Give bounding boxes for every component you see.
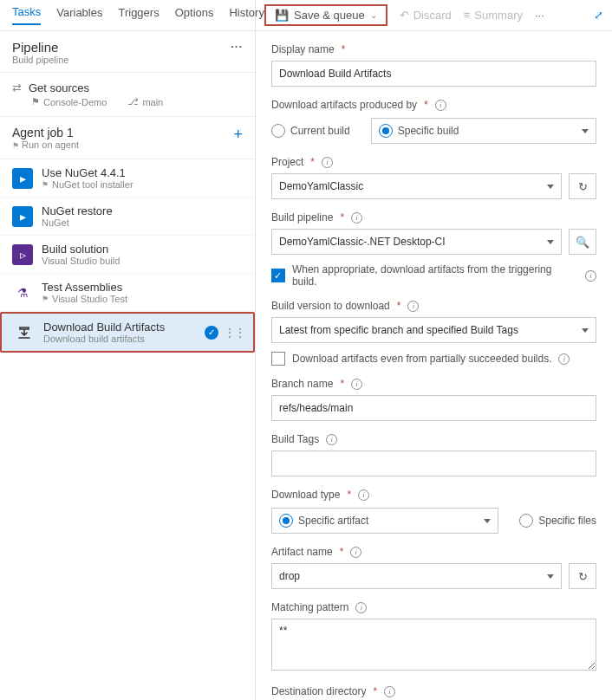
pipeline-select[interactable]: DemoYamlClassic-.NET Desktop-CI	[271, 229, 562, 255]
pipeline-sub: Build pipeline	[12, 55, 68, 65]
task-build[interactable]: ▹ Build solution Visual Studio build	[0, 236, 255, 274]
task-nuget-restore[interactable]: ▸ NuGet restore NuGet	[0, 198, 255, 236]
info-icon[interactable]: i	[351, 212, 362, 224]
tab-triggers[interactable]: Triggers	[118, 6, 159, 24]
version-label: Build version to download	[271, 300, 390, 312]
undo-icon: ↶	[400, 9, 409, 22]
chevron-down-icon: ⌄	[370, 10, 377, 20]
save-icon: 💾	[275, 9, 289, 22]
radio-current-build[interactable]: Current build	[271, 124, 350, 138]
nuget-icon: ▸	[12, 206, 33, 227]
tags-input[interactable]	[271, 450, 596, 476]
grip-icon[interactable]: ⋮⋮	[224, 326, 244, 340]
partial-cb-label: Download artifacts even from partially s…	[292, 353, 551, 365]
tabs: Tasks Variables Triggers Options History	[0, 0, 255, 31]
info-icon[interactable]: i	[358, 489, 369, 501]
info-icon[interactable]: i	[384, 686, 395, 697]
project-select[interactable]: DemoYamlClassic	[271, 173, 562, 199]
info-icon[interactable]: i	[355, 602, 367, 613]
radio-specific-build[interactable]: Specific build	[371, 118, 596, 144]
tab-variables[interactable]: Variables	[56, 6, 102, 24]
info-icon[interactable]: i	[350, 547, 361, 558]
check-icon: ✓	[205, 326, 218, 340]
sources-branch: ⎇main	[127, 96, 163, 107]
pipeline-title: Pipeline	[12, 40, 68, 55]
flag-icon: ⚑	[42, 295, 49, 303]
flask-icon: ⚗	[12, 282, 33, 303]
task-test[interactable]: ⚗ Test Assemblies ⚑Visual Studio Test	[0, 274, 255, 312]
refresh-button[interactable]: ↻	[569, 563, 596, 589]
info-icon[interactable]: i	[326, 434, 337, 445]
agent-sub: ⚑ Run on agent	[12, 139, 79, 150]
info-icon[interactable]: i	[351, 379, 362, 390]
task-nuget-install[interactable]: ▸ Use NuGet 4.4.1 ⚑NuGet tool installer	[0, 159, 255, 198]
display-name-label: Display name	[271, 43, 335, 55]
branch-input[interactable]	[271, 395, 596, 421]
artifact-label: Artifact name	[271, 546, 333, 558]
dest-label: Destination directory	[271, 685, 366, 697]
info-icon[interactable]: i	[407, 301, 419, 312]
tab-options[interactable]: Options	[175, 6, 214, 24]
add-task-icon[interactable]: +	[233, 126, 243, 150]
get-sources[interactable]: ⇄ Get sources ⚑Console-Demo ⎇main	[0, 73, 255, 117]
display-name-input[interactable]	[271, 61, 596, 87]
sources-icon: ⇄	[12, 81, 22, 94]
flag-icon: ⚑	[42, 180, 49, 189]
search-icon: 🔍	[576, 236, 589, 249]
list-icon: ≡	[464, 9, 471, 22]
toolbar: 💾 Save & queue ⌄ ↶ Discard ≡ Summary ···…	[256, 0, 612, 31]
refresh-icon: ↻	[578, 180, 588, 193]
info-icon[interactable]: i	[558, 353, 570, 365]
nuget-icon: ▸	[12, 168, 33, 189]
branch-label: Branch name	[271, 378, 333, 390]
summary-button: ≡ Summary	[464, 9, 523, 22]
more-button[interactable]: ···	[535, 9, 544, 22]
pipeline-header[interactable]: Pipeline Build pipeline ···	[0, 31, 255, 73]
save-queue-button[interactable]: 💾 Save & queue ⌄	[264, 4, 387, 26]
version-select[interactable]: Latest from specific branch and specifie…	[271, 317, 596, 343]
flag-icon: ⚑	[12, 141, 19, 150]
artifact-select[interactable]: drop	[271, 563, 562, 589]
trigger-cb-label: When appropriate, download artifacts fro…	[292, 263, 578, 288]
tags-label: Build Tags	[271, 433, 319, 445]
branch-icon: ⎇	[127, 96, 139, 107]
radio-specific-files[interactable]: Specific files	[519, 514, 596, 528]
agent-title: Agent job 1	[12, 126, 79, 139]
trigger-checkbox[interactable]: ✓	[271, 269, 285, 282]
partial-checkbox[interactable]	[271, 352, 285, 366]
agent-job[interactable]: Agent job 1 ⚑ Run on agent +	[0, 117, 255, 159]
refresh-button[interactable]: ↻	[569, 173, 596, 199]
dltype-label: Download type	[271, 489, 340, 501]
expand-icon[interactable]: ⤢	[594, 9, 603, 22]
search-button[interactable]: 🔍	[569, 229, 596, 255]
radio-specific-artifact[interactable]: Specific artifact	[271, 508, 498, 534]
discard-button: ↶ Discard	[400, 9, 452, 22]
vs-icon: ▹	[12, 244, 33, 265]
sources-title: Get sources	[29, 81, 89, 94]
pattern-label: Matching pattern	[271, 601, 348, 613]
refresh-icon: ↻	[578, 570, 588, 583]
info-icon[interactable]: i	[435, 100, 446, 111]
download-icon	[14, 322, 35, 343]
pipeline-more-icon[interactable]: ···	[231, 40, 243, 53]
task-download-artifacts[interactable]: Download Build Artifacts Download build …	[0, 312, 255, 353]
info-icon[interactable]: i	[585, 270, 596, 282]
project-label: Project	[271, 156, 303, 168]
pattern-input[interactable]: **	[271, 619, 596, 671]
produced-by-label: Download artifacts produced by	[271, 99, 417, 111]
sources-repo: ⚑Console-Demo	[31, 96, 107, 107]
tab-tasks[interactable]: Tasks	[12, 5, 41, 25]
flag-icon: ⚑	[31, 96, 40, 107]
pipeline-label: Build pipeline	[271, 211, 333, 224]
info-icon[interactable]: i	[322, 157, 333, 168]
